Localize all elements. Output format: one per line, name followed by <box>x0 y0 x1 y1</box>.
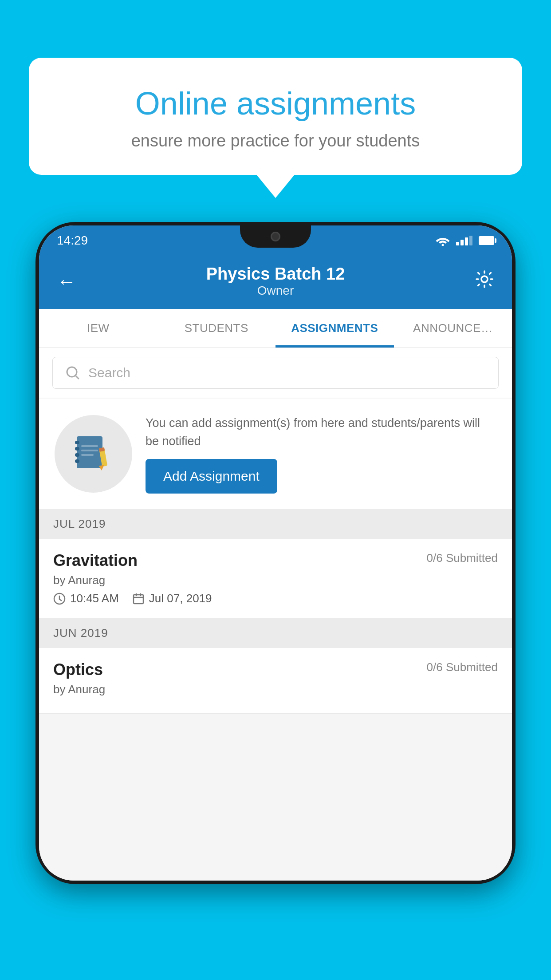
assignment-submitted: 0/6 Submitted <box>427 551 498 565</box>
svg-rect-8 <box>81 445 98 447</box>
section-header-jun: JUN 2019 <box>39 618 512 648</box>
assignment-title-optics: Optics <box>53 660 103 679</box>
phone-device: 14:29 <box>35 222 516 884</box>
promo-content: You can add assignment(s) from here and … <box>146 414 496 494</box>
svg-point-0 <box>442 244 444 246</box>
assignment-row-top: Gravitation 0/6 Submitted <box>53 551 498 570</box>
assignment-title: Gravitation <box>53 551 138 570</box>
clock-icon <box>53 593 66 605</box>
battery-icon <box>479 236 494 245</box>
status-bar: 14:29 <box>39 225 512 256</box>
speech-bubble-container: Online assignments ensure more practice … <box>29 58 522 175</box>
svg-rect-3 <box>77 436 102 468</box>
svg-rect-7 <box>75 459 79 463</box>
tabs-container: IEW STUDENTS ASSIGNMENTS ANNOUNCE… <box>39 309 512 348</box>
svg-point-1 <box>481 276 488 282</box>
back-button[interactable]: ← <box>57 270 76 292</box>
svg-rect-5 <box>75 447 79 450</box>
svg-rect-4 <box>75 441 79 444</box>
search-bar[interactable]: Search <box>52 357 499 389</box>
assignment-submitted-optics: 0/6 Submitted <box>427 660 498 674</box>
notebook-icon <box>72 433 114 475</box>
assignment-author: by Anurag <box>53 573 498 587</box>
assignment-row-top-optics: Optics 0/6 Submitted <box>53 660 498 679</box>
assignment-time: 10:45 AM <box>70 592 119 605</box>
signal-icon <box>456 236 472 245</box>
section-header-jul: JUL 2019 <box>39 509 512 539</box>
app-header: ← Physics Batch 12 Owner <box>39 256 512 309</box>
camera <box>271 232 280 241</box>
svg-rect-6 <box>75 453 79 457</box>
phone-notch <box>240 225 311 248</box>
status-time: 14:29 <box>57 233 88 248</box>
add-assignment-button[interactable]: Add Assignment <box>146 459 277 494</box>
phone-wrapper: 14:29 <box>35 222 516 980</box>
header-center: Physics Batch 12 Owner <box>76 265 475 298</box>
assignment-item-gravitation[interactable]: Gravitation 0/6 Submitted by Anurag 10:4… <box>39 539 512 618</box>
svg-rect-15 <box>134 595 143 604</box>
search-container: Search <box>39 348 512 398</box>
promo-icon-circle <box>55 415 132 493</box>
svg-rect-9 <box>81 450 98 451</box>
assignment-author-optics: by Anurag <box>53 683 498 696</box>
search-input[interactable]: Search <box>88 365 130 380</box>
search-icon <box>65 365 80 380</box>
speech-bubble-subtitle: ensure more practice for your students <box>60 131 491 150</box>
tab-announcements[interactable]: ANNOUNCE… <box>394 309 512 348</box>
tab-assignments[interactable]: ASSIGNMENTS <box>276 309 394 348</box>
speech-bubble: Online assignments ensure more practice … <box>29 58 522 175</box>
assignment-date: Jul 07, 2019 <box>149 592 212 605</box>
header-subtitle: Owner <box>76 284 475 298</box>
meta-time: 10:45 AM <box>53 592 119 605</box>
svg-rect-10 <box>81 454 94 456</box>
add-assignment-promo: You can add assignment(s) from here and … <box>39 399 512 509</box>
calendar-icon <box>132 593 145 605</box>
promo-text: You can add assignment(s) from here and … <box>146 414 496 450</box>
settings-button[interactable] <box>475 269 494 293</box>
phone-screen: 14:29 <box>39 225 512 881</box>
status-icons <box>436 235 494 246</box>
tab-students[interactable]: STUDENTS <box>157 309 276 348</box>
speech-bubble-title: Online assignments <box>60 84 491 122</box>
assignment-meta: 10:45 AM Jul 07, 2019 <box>53 592 498 605</box>
screen-content: Search <box>39 348 512 881</box>
tab-iew[interactable]: IEW <box>39 309 157 348</box>
wifi-icon <box>436 235 450 246</box>
meta-date: Jul 07, 2019 <box>132 592 212 605</box>
header-title: Physics Batch 12 <box>76 265 475 284</box>
assignment-item-optics[interactable]: Optics 0/6 Submitted by Anurag <box>39 648 512 714</box>
